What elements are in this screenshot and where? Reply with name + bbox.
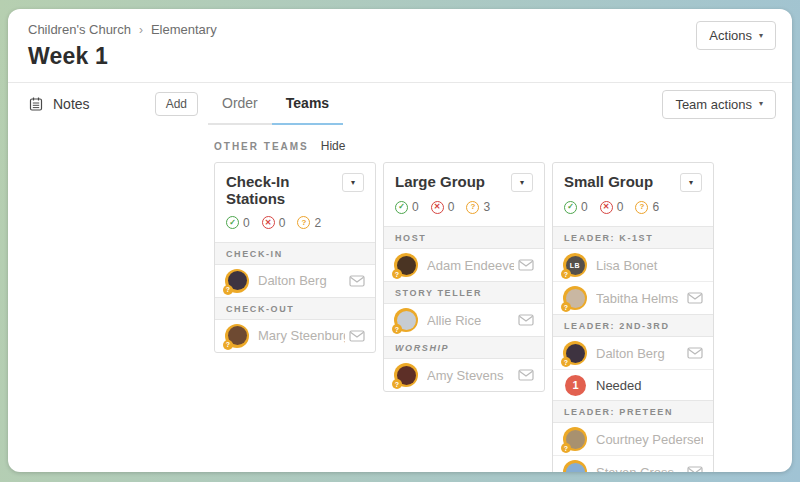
confirmed-icon: ✓ [226, 216, 239, 229]
chevron-down-icon: ▾ [759, 32, 763, 40]
avatar: LB ? [563, 253, 587, 277]
member-name: Mary Steenburgen [258, 328, 345, 343]
main-panel: Children's Church › Elementary Week 1 Ac… [8, 9, 792, 472]
needed-label: Needed [596, 378, 642, 393]
avatar: ? [225, 324, 249, 348]
teams-content: OTHER TEAMS Hide Check-In Stations ▾ ✓ 0… [8, 125, 792, 472]
member-name: Steven Cross [596, 465, 683, 473]
team-member-row[interactable]: ? Allie Rice [384, 304, 544, 336]
team-menu-button[interactable]: ▾ [511, 173, 533, 192]
team-member-row[interactable]: ? Dalton Berg [215, 265, 375, 297]
team-card: Check-In Stations ▾ ✓ 0 ✕ 0 ? 2 [214, 162, 376, 353]
unconfirmed-badge-icon: ? [392, 379, 402, 389]
unconfirmed-count: ? 2 [297, 216, 321, 230]
tabs: Order Teams [208, 83, 343, 125]
unconfirmed-badge-icon: ? [561, 443, 571, 453]
unconfirmed-badge-icon: ? [392, 324, 402, 334]
page-header: Children's Church › Elementary Week 1 Ac… [8, 9, 792, 83]
position-section-header: CHECK-OUT [215, 297, 375, 320]
position-section-header: LEADER: PRETEEN [553, 400, 713, 423]
unconfirmed-count: ? 6 [635, 200, 659, 214]
breadcrumb-item-group[interactable]: Elementary [151, 22, 217, 37]
declined-count: ✕ 0 [431, 200, 455, 214]
email-icon[interactable] [687, 466, 703, 472]
needed-position-row[interactable]: 1 Needed [553, 369, 713, 400]
team-member-row[interactable]: ? Mary Steenburgen [215, 320, 375, 352]
declined-count: ✕ 0 [600, 200, 624, 214]
breadcrumb-separator: › [139, 23, 143, 37]
team-title: Large Group [395, 173, 485, 190]
member-name: Amy Stevens [427, 368, 514, 383]
email-icon[interactable] [518, 259, 534, 271]
unconfirmed-count: ? 3 [466, 200, 490, 214]
confirmed-count: ✓ 0 [564, 200, 588, 214]
avatar: ? [394, 308, 418, 332]
tab-teams[interactable]: Teams [272, 83, 343, 125]
declined-icon: ✕ [262, 216, 275, 229]
team-member-row[interactable]: ? Courtney Pedersen [553, 423, 713, 455]
team-card: Large Group ▾ ✓ 0 ✕ 0 ? 3 [383, 162, 545, 392]
avatar: ? [563, 286, 587, 310]
needed-count-badge: 1 [565, 375, 586, 396]
avatar: ? [225, 269, 249, 293]
chevron-down-icon: ▾ [520, 179, 524, 187]
team-menu-button[interactable]: ▾ [680, 173, 702, 192]
confirmed-count: ✓ 0 [226, 216, 250, 230]
hide-link[interactable]: Hide [321, 139, 346, 153]
team-member-row[interactable]: ? Amy Stevens [384, 359, 544, 391]
team-status-counts: ✓ 0 ✕ 0 ? 2 [226, 216, 364, 230]
chevron-down-icon: ▾ [759, 100, 763, 108]
unconfirmed-badge-icon: ? [392, 269, 402, 279]
team-status-counts: ✓ 0 ✕ 0 ? 3 [395, 200, 533, 214]
unconfirmed-icon: ? [297, 216, 310, 229]
team-cards-row: Check-In Stations ▾ ✓ 0 ✕ 0 ? 2 [214, 162, 792, 472]
other-teams-header: OTHER TEAMS Hide [214, 139, 792, 153]
position-section-header: WORSHIP [384, 336, 544, 359]
email-icon[interactable] [687, 292, 703, 304]
actions-button[interactable]: Actions ▾ [696, 21, 776, 50]
team-actions-button[interactable]: Team actions ▾ [662, 90, 776, 119]
team-member-row[interactable]: LB ? Lisa Bonet [553, 249, 713, 281]
avatar: ? [563, 341, 587, 365]
email-icon[interactable] [349, 275, 365, 287]
team-card-header: Small Group ▾ ✓ 0 ✕ 0 ? 6 [553, 163, 713, 226]
declined-icon: ✕ [600, 201, 613, 214]
breadcrumb-item-ministry[interactable]: Children's Church [28, 22, 131, 37]
email-icon[interactable] [687, 347, 703, 359]
team-menu-button[interactable]: ▾ [342, 173, 364, 192]
position-section-header: LEADER: 2ND-3RD [553, 314, 713, 337]
add-note-button[interactable]: Add [155, 92, 198, 116]
team-member-row[interactable]: ? Dalton Berg [553, 337, 713, 369]
avatar: ? [394, 363, 418, 387]
team-actions-button-label: Team actions [675, 97, 752, 112]
member-name: Dalton Berg [596, 346, 683, 361]
team-status-counts: ✓ 0 ✕ 0 ? 6 [564, 200, 702, 214]
notes-section: Notes Add [28, 83, 198, 125]
declined-icon: ✕ [431, 201, 444, 214]
breadcrumb: Children's Church › Elementary [28, 22, 772, 37]
confirmed-icon: ✓ [564, 201, 577, 214]
notes-label: Notes [53, 96, 90, 112]
tab-order[interactable]: Order [208, 83, 272, 125]
actions-button-label: Actions [709, 28, 752, 43]
notepad-icon [28, 96, 44, 112]
toolbar: Notes Add Order Teams Team actions ▾ [8, 83, 792, 125]
member-name: Lisa Bonet [596, 258, 703, 273]
avatar: ? [563, 427, 587, 451]
position-section-header: CHECK-IN [215, 242, 375, 265]
team-member-row[interactable]: ? Steven Cross [553, 455, 713, 472]
member-name: Courtney Pedersen [596, 432, 703, 447]
position-section-header: STORY TELLER [384, 281, 544, 304]
unconfirmed-badge-icon: ? [561, 357, 571, 367]
chevron-down-icon: ▾ [689, 179, 693, 187]
email-icon[interactable] [518, 314, 534, 326]
confirmed-count: ✓ 0 [395, 200, 419, 214]
email-icon[interactable] [518, 369, 534, 381]
team-member-row[interactable]: ? Tabitha Helms [553, 281, 713, 314]
page-title: Week 1 [28, 43, 772, 70]
unconfirmed-badge-icon: ? [223, 340, 233, 350]
team-member-row[interactable]: ? Adam Endeeve [384, 249, 544, 281]
position-section-header: LEADER: K-1ST [553, 226, 713, 249]
position-section-header: HOST [384, 226, 544, 249]
email-icon[interactable] [349, 330, 365, 342]
